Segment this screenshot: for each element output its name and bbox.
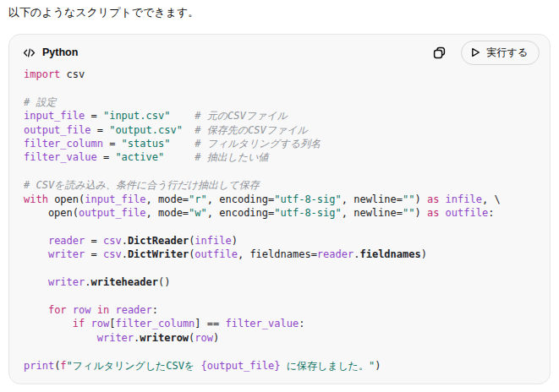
- code-token: row: [90, 318, 109, 329]
- code-token: に保存しました。": [280, 360, 375, 372]
- code-token: output_file: [79, 207, 145, 219]
- code-line: [24, 290, 538, 303]
- code-token: "active": [115, 151, 164, 163]
- code-card-header: Python 実行する: [9, 35, 550, 60]
- code-token: outfile: [446, 207, 489, 219]
- code-token: "フィルタリングしたCSVを: [67, 360, 201, 372]
- code-token: =: [90, 124, 109, 136]
- code-token: "utf-8-sig": [274, 207, 341, 219]
- code-token: for: [48, 304, 67, 316]
- code-token: ): [414, 207, 426, 219]
- code-token: [170, 110, 195, 122]
- code-token: , \: [482, 193, 501, 205]
- code-token: ): [414, 193, 426, 205]
- code-token: as: [427, 207, 439, 219]
- run-button[interactable]: 実行する: [461, 41, 540, 65]
- code-line: if row[filter_column] == filter_value:: [24, 317, 538, 330]
- header-actions: 実行する: [430, 41, 540, 65]
- code-token: csv: [60, 68, 85, 80]
- code-token: reader: [317, 248, 353, 260]
- code-token: row: [73, 304, 91, 316]
- code-token: [24, 276, 48, 288]
- code-token: writer: [97, 332, 134, 344]
- code-line: with open(input_file, mode="r", encoding…: [24, 193, 538, 206]
- code-token: DictReader: [128, 235, 189, 247]
- code-token: [24, 248, 48, 260]
- code-token: , newline=: [342, 207, 403, 219]
- code-token: # 保存先のCSVファイル: [195, 124, 308, 136]
- code-token: [24, 235, 48, 247]
- code-token: with: [24, 193, 48, 205]
- code-token: =: [103, 138, 122, 150]
- code-token: # CSVを読み込み、条件に合う行だけ抽出して保存: [24, 179, 260, 191]
- code-line: open(output_file, mode="w", encoding="ut…: [24, 206, 538, 220]
- code-token: open(: [48, 193, 85, 205]
- code-token: =: [85, 248, 103, 260]
- code-token: f: [60, 360, 66, 372]
- code-token: writer: [48, 276, 85, 288]
- code-token: , mode=: [146, 207, 189, 219]
- code-card: Python 実行する import csv # 設定inp: [8, 34, 551, 384]
- code-token: [170, 138, 195, 150]
- code-token: ): [213, 332, 219, 344]
- code-token: "": [403, 207, 414, 219]
- code-token: filter_column: [24, 138, 103, 150]
- code-token: =: [85, 235, 103, 247]
- code-content: import csv # 設定input_file = "input.csv" …: [9, 68, 550, 383]
- code-token: filter_column: [115, 318, 195, 329]
- code-brackets-icon: [23, 47, 36, 58]
- code-token: .: [122, 235, 128, 247]
- language-label: Python: [42, 46, 78, 58]
- code-token: # 設定: [24, 96, 56, 108]
- copy-icon: [432, 46, 447, 60]
- code-token: infile: [446, 193, 482, 205]
- code-token: {output_file}: [201, 360, 281, 372]
- code-token: [24, 304, 48, 316]
- code-token: , encoding=: [207, 193, 274, 205]
- code-token: "": [403, 193, 414, 205]
- code-token: [24, 318, 73, 329]
- intro-text: 以下のようなスクリプトでできます。: [8, 5, 199, 20]
- code-token: # 抽出したい値: [195, 151, 268, 163]
- code-token: ): [375, 360, 381, 372]
- code-line: [24, 165, 538, 178]
- code-token: open(: [24, 207, 79, 219]
- code-token: "input.csv": [103, 110, 170, 122]
- code-token: import: [24, 68, 60, 80]
- code-token: [91, 304, 97, 316]
- copy-button[interactable]: [430, 44, 448, 62]
- play-icon: [471, 47, 480, 57]
- code-token: filter_value: [24, 151, 97, 163]
- code-line: # 設定: [24, 95, 538, 109]
- code-token: input_file: [24, 110, 85, 122]
- code-token: , fieldnames=: [238, 248, 317, 260]
- code-line: filter_value = "active" # 抽出したい値: [24, 150, 538, 164]
- code-line: [24, 262, 538, 275]
- code-token: output_file: [24, 124, 90, 136]
- code-line: writer.writerow(row): [24, 331, 538, 345]
- code-line: import csv: [24, 68, 538, 81]
- code-token: :: [299, 318, 304, 329]
- code-token: "status": [122, 138, 171, 150]
- code-token: # 元のCSVファイル: [195, 110, 288, 122]
- code-token: ): [421, 248, 427, 260]
- code-line: writer = csv.DictWriter(outfile, fieldna…: [24, 248, 538, 261]
- code-token: =: [97, 151, 116, 163]
- code-token: [439, 193, 445, 205]
- code-token: # フィルタリングする列名: [195, 138, 321, 150]
- code-token: "w": [189, 207, 207, 219]
- code-token: filter_value: [225, 318, 299, 329]
- code-token: "utf-8-sig": [274, 193, 341, 205]
- code-token: =: [85, 110, 103, 122]
- code-line: reader = csv.DictReader(infile): [24, 234, 538, 248]
- code-token: writerow: [140, 332, 189, 344]
- code-token: [24, 332, 97, 344]
- code-token: DictWriter: [128, 248, 189, 260]
- code-token: input_file: [85, 193, 145, 205]
- code-token: row: [195, 332, 213, 344]
- code-line: filter_column = "status" # フィルタリングする列名: [24, 137, 538, 150]
- code-token: if: [73, 318, 85, 329]
- code-token: reader: [48, 235, 85, 247]
- code-token: ): [232, 235, 238, 247]
- code-line: writer.writeheader(): [24, 275, 538, 289]
